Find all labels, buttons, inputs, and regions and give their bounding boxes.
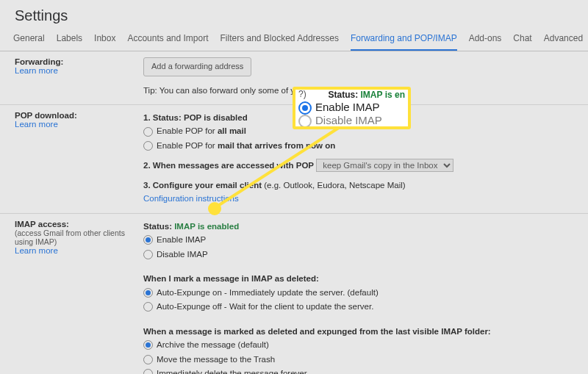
pop-enable-now-bold: mail that arrives from now on (218, 141, 335, 150)
tab-inbox[interactable]: Inbox (94, 29, 115, 51)
imap-status-label: Status: (143, 222, 174, 231)
tab-chat[interactable]: Chat (513, 29, 531, 51)
pop-config-instructions-link[interactable]: Configuration instructions (143, 194, 239, 203)
tab-filters[interactable]: Filters and Blocked Addresses (220, 29, 339, 51)
callout-status-value: IMAP is en (361, 90, 405, 100)
imap-sublabel: (access Gmail from other clients using I… (15, 229, 125, 246)
imap-enable-radio[interactable] (143, 235, 153, 245)
pop-enable-now-radio[interactable] (143, 141, 153, 151)
pop-configure-suffix: (e.g. Outlook, Eudora, Netscape Mail) (264, 181, 405, 190)
pop-enable-all-bold: all mail (218, 126, 246, 135)
tab-advanced[interactable]: Advanced (544, 29, 583, 51)
pop-access-select[interactable]: keep Gmail's copy in the Inbox (316, 159, 453, 172)
forwarding-label: Forwarding: (15, 57, 63, 66)
settings-tabs: General Labels Inbox Accounts and Import… (0, 29, 588, 51)
imap-status-value: IMAP is enabled (174, 222, 239, 231)
imap-auto-expunge-on-label: Auto-Expunge on - Immediately update the… (157, 286, 379, 301)
imap-trash-radio[interactable] (143, 355, 153, 364)
imap-auto-expunge-off-radio[interactable] (143, 302, 153, 312)
pop-configure-prefix: 3. Configure your email client (143, 181, 264, 190)
tab-labels[interactable]: Labels (57, 29, 82, 51)
imap-deleted-heading: When I mark a message in IMAP as deleted… (143, 274, 319, 283)
imap-enable-label: Enable IMAP (157, 233, 206, 248)
tab-forwarding-pop-imap[interactable]: Forwarding and POP/IMAP (351, 29, 457, 51)
add-forwarding-address-button[interactable]: Add a forwarding address (143, 57, 251, 76)
imap-learn-more-link[interactable]: Learn more (15, 246, 58, 255)
pop-learn-more-link[interactable]: Learn more (15, 120, 58, 129)
imap-archive-radio[interactable] (143, 340, 153, 350)
page-title: Settings (0, 0, 588, 29)
imap-delete-forever-radio[interactable] (143, 369, 153, 374)
imap-disable-label: Disable IMAP (157, 248, 208, 262)
callout-disable-label: Disable IMAP (315, 115, 382, 127)
forwarding-learn-more-link[interactable]: Learn more (15, 66, 58, 75)
imap-archive-label: Archive the message (default) (157, 338, 269, 353)
callout-dot (208, 202, 221, 215)
imap-disable-radio[interactable] (143, 250, 153, 259)
pop-enable-all-prefix: Enable POP for (157, 126, 218, 135)
pop-label: POP download: (15, 111, 77, 120)
callout-paren: ?) (298, 90, 306, 99)
tab-accounts[interactable]: Accounts and Import (127, 29, 208, 51)
imap-auto-expunge-off-label: Auto-Expunge off - Wait for the client t… (157, 300, 373, 314)
imap-expunged-heading: When a message is marked as deleted and … (143, 327, 491, 336)
imap-label: IMAP access: (15, 220, 69, 229)
callout-enable-radio (298, 101, 312, 115)
callout-disable-radio (298, 115, 312, 128)
pop-enable-now-prefix: Enable POP for (157, 141, 218, 150)
pop-access-label: 2. When messages are accessed with POP (143, 161, 314, 170)
imap-auto-expunge-on-radio[interactable] (143, 288, 153, 298)
tab-addons[interactable]: Add-ons (469, 29, 502, 51)
imap-delete-forever-label: Immediately delete the message forever (157, 367, 307, 374)
pop-enable-all-radio[interactable] (143, 127, 153, 137)
imap-section: IMAP access: (access Gmail from other cl… (0, 214, 588, 374)
pop-status-value: POP is disabled (184, 113, 248, 122)
callout-enable-label: Enable IMAP (315, 101, 380, 114)
imap-trash-label: Move the message to the Trash (157, 353, 275, 367)
tab-general[interactable]: General (13, 29, 45, 51)
callout-magnifier: ?) Status: IMAP is en Enable IMAP Disabl… (293, 87, 411, 129)
pop-status-label: 1. Status: (143, 113, 184, 122)
callout-status-prefix: Status: (329, 90, 361, 100)
